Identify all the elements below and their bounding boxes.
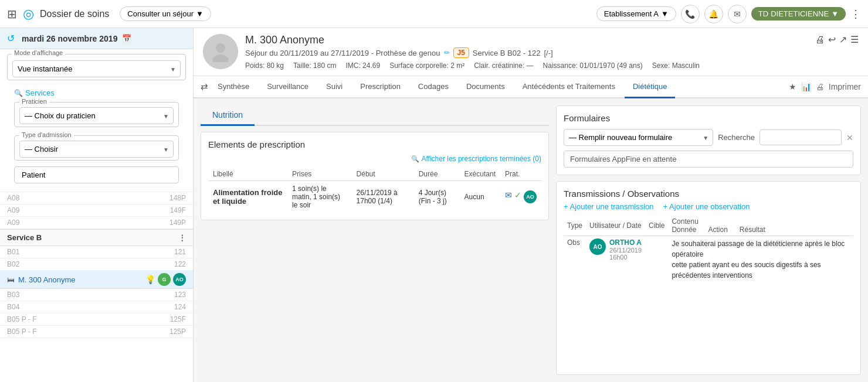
presc-row: Alimentation froide et liquide 1 soin(s)… xyxy=(208,181,541,213)
ao-badge: AO xyxy=(524,190,537,203)
main-layout: ↺ mardi 26 novembre 2019 📅 Mode d'affich… xyxy=(0,28,868,382)
tab-documents[interactable]: Documents xyxy=(458,76,513,98)
tab-dietetique[interactable]: Diététique xyxy=(625,76,676,98)
room-row: A09 149F xyxy=(0,204,193,217)
obs-avatar: AO xyxy=(589,238,606,255)
add-transmission-link[interactable]: Ajouter une transmission xyxy=(564,202,654,211)
nutrition-tab[interactable]: Nutrition xyxy=(201,105,255,126)
avatar-teal: AO xyxy=(173,273,186,286)
edit-icon[interactable]: ✏ xyxy=(444,49,450,57)
admission-select[interactable]: — Choisir xyxy=(19,141,174,158)
etablissement-btn[interactable]: Etablissement A ▼ xyxy=(596,6,676,21)
mail-btn[interactable]: ✉ xyxy=(728,5,747,23)
presc-prat: ✉ ✓ AO xyxy=(500,181,541,213)
chart-icon[interactable]: 📊 xyxy=(801,82,811,91)
obs-content-cell: Je souhaiterai passage de la diététicien… xyxy=(668,236,853,284)
add-observation-link[interactable]: Ajouter une observation xyxy=(663,202,750,211)
sidebar-date: mardi 26 novembre 2019 xyxy=(22,34,117,43)
check-icon[interactable]: ✓ xyxy=(514,190,521,203)
tab-synthese[interactable]: Synthèse xyxy=(209,76,257,98)
mail-icon[interactable]: ✉ xyxy=(505,190,512,203)
th-donnee: Donnée xyxy=(672,226,696,234)
recherche-input[interactable] xyxy=(760,129,842,145)
nutrition-tabs: Nutrition xyxy=(201,105,549,126)
presc-libelle: Alimentation froide et liquide xyxy=(208,181,287,213)
tabs-icons: ★ 📊 🖨 Imprimer xyxy=(789,82,861,91)
right-panel: Formulaires — Remplir nouveau formulaire… xyxy=(556,105,861,375)
sexe: Sexe: Masculin xyxy=(652,62,700,70)
imprimer-label[interactable]: Imprimer xyxy=(829,82,861,91)
col-libelle: Libellé xyxy=(208,168,287,181)
prescription-table: Libellé Prises Début Durée Exécutant Pra… xyxy=(208,168,541,213)
patient-measurements: Poids: 80 kg Taille: 180 cm IMC: 24.69 S… xyxy=(245,62,808,70)
col-prat: Prat. xyxy=(500,168,541,181)
external-link-icon[interactable]: ↗ xyxy=(839,34,847,45)
col-executant: Exécutant xyxy=(460,168,500,181)
user-badge[interactable]: TD DIETETICIENNE ▼ xyxy=(751,7,846,21)
consult-btn[interactable]: Consulter un séjour ▼ xyxy=(120,6,211,21)
col-debut: Début xyxy=(352,168,414,181)
obs-cible-cell xyxy=(645,236,668,284)
obs-user-cell: AO ORTHO A 26/11/2019 16h00 xyxy=(586,236,645,284)
transmissions-card: Transmissions / Observations Ajouter une… xyxy=(556,181,861,375)
sync-icon[interactable]: ⇄ xyxy=(201,81,208,92)
top-nav: ⊞ ◎ Dossier de soins Consulter un séjour… xyxy=(0,0,868,28)
phone-btn[interactable]: 📞 xyxy=(681,5,700,23)
mode-select[interactable]: Vue instantanée xyxy=(12,60,181,77)
room-row: A09 149P xyxy=(0,217,193,229)
th-utilisateur: Utilisateur / Date xyxy=(586,216,645,236)
prescription-filter: Afficher les prescriptions terminées (0) xyxy=(208,154,541,163)
clair-creatinine: Clair. créatinine: — xyxy=(474,62,533,70)
admission-label: Type d'admission xyxy=(19,131,74,138)
patient-header: M. 300 Anonyme Séjour du 20/11/2019 au 2… xyxy=(194,28,868,76)
more-options-btn[interactable]: ⋮ xyxy=(850,8,861,21)
praticien-select[interactable]: — Choix du praticien xyxy=(19,107,174,124)
formulaire-select[interactable]: — Remplir nouveau formulaire xyxy=(564,129,713,146)
presc-duree: 4 Jour(s) (Fin - 3 j) xyxy=(414,181,460,213)
filter-link[interactable]: Afficher les prescriptions terminées (0) xyxy=(411,155,541,163)
refresh-icon[interactable]: ↺ xyxy=(7,33,15,44)
appfine-row: Formulaires AppFine en attente xyxy=(564,151,853,168)
top-nav-right: Etablissement A ▼ 📞 🔔 ✉ TD DIETETICIENNE… xyxy=(596,5,861,23)
undo-icon[interactable]: ↩ xyxy=(828,34,836,45)
chevron-down-icon: ▼ xyxy=(661,9,669,18)
tab-codages[interactable]: Codages xyxy=(410,76,457,98)
star-icon[interactable]: ★ xyxy=(789,82,796,91)
grid-icon[interactable]: ⊞ xyxy=(7,7,17,21)
formulaires-title: Formulaires xyxy=(564,113,853,123)
room-row: B05 P - F 125F xyxy=(0,313,193,326)
sidebar-header: ↺ mardi 26 novembre 2019 📅 xyxy=(0,28,193,49)
print-tab-icon[interactable]: 🖨 xyxy=(816,82,824,91)
obs-type-cell: Obs xyxy=(564,236,586,284)
services-label[interactable]: Services xyxy=(14,88,179,97)
imc: IMC: 24.69 xyxy=(345,62,380,70)
list-view-icon[interactable]: ☰ xyxy=(850,34,859,45)
transmissions-title: Transmissions / Observations xyxy=(564,189,853,199)
th-contenu: Contenu Donnée Action Résultat xyxy=(668,216,853,236)
tab-prescription[interactable]: Prescription xyxy=(352,76,409,98)
th-type: Type xyxy=(564,216,586,236)
clear-btn[interactable]: ✕ xyxy=(846,133,853,142)
tab-surveillance[interactable]: Surveillance xyxy=(259,76,317,98)
admission-section: Type d'admission — Choisir xyxy=(7,133,186,163)
patient-header-actions: 🖨 ↩ ↗ ☰ xyxy=(815,34,859,45)
prescription-title: Elements de prescription xyxy=(208,139,541,149)
bed-icon: 🛏 xyxy=(7,275,15,284)
room-row: B02 122 xyxy=(0,258,193,271)
tab-suivi[interactable]: Suivi xyxy=(318,76,351,98)
nutrition-panel: Nutrition Elements de prescription Affic… xyxy=(201,105,549,375)
calendar-icon[interactable]: 📅 xyxy=(122,34,131,43)
mode-label: Mode d'affichage xyxy=(12,49,65,56)
avatar-green: G xyxy=(158,273,171,286)
patient-search-btn[interactable]: Patient xyxy=(14,166,179,183)
formulaire-select-wrapper: — Remplir nouveau formulaire xyxy=(564,129,713,146)
service-b-label: Service B xyxy=(7,233,42,242)
chevron-down-icon: ▼ xyxy=(196,9,204,18)
tab-antecedents[interactable]: Antécédents et Traitements xyxy=(514,76,623,98)
service-b-more-btn[interactable]: ⋮ xyxy=(178,233,186,242)
poids: Poids: 80 kg xyxy=(245,62,284,70)
patient-row-m300[interactable]: 🛏 M. 300 Anonyme 💡 G AO xyxy=(0,271,193,289)
print-icon[interactable]: 🖨 xyxy=(815,35,825,45)
bell-btn[interactable]: 🔔 xyxy=(704,5,723,23)
sidebar-controls: Mode d'affichage Vue instantanée Service… xyxy=(0,49,193,192)
